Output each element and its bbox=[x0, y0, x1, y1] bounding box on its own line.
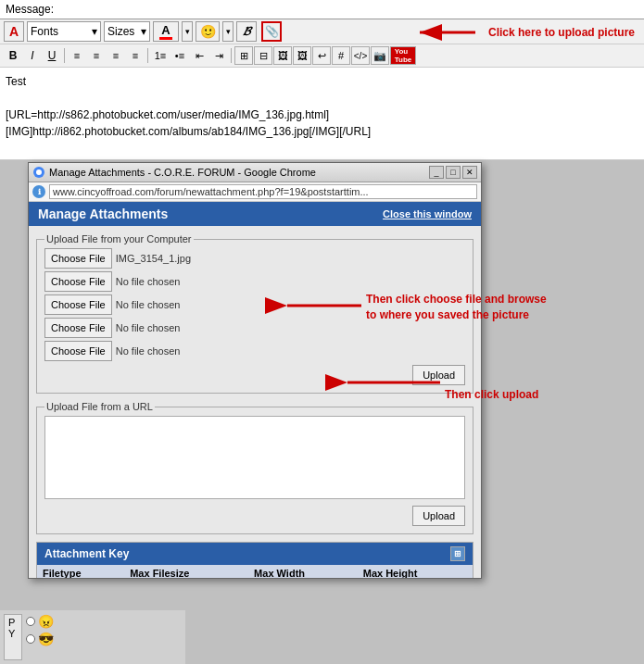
youtube-btn[interactable]: YouTube bbox=[390, 46, 416, 65]
img2-btn[interactable]: 🖼 bbox=[293, 46, 311, 65]
editor-container: Message: A Fonts ▾ Sizes ▾ A ▾ bbox=[0, 0, 644, 160]
align-left-btn[interactable]: ≡ bbox=[68, 46, 86, 65]
file-row-1: Choose File IMG_3154_1.jpg bbox=[44, 248, 465, 269]
choose-file-btn-2[interactable]: Choose File bbox=[44, 271, 112, 292]
file-name-2: No file chosen bbox=[116, 276, 181, 287]
upload-url-section: Upload File from a URL Upload bbox=[36, 401, 474, 534]
address-box[interactable]: www.cincyoffroad.com/forum/newattachment… bbox=[49, 184, 477, 199]
chrome-icon bbox=[32, 166, 45, 179]
upload-btn-row: Upload bbox=[44, 365, 465, 385]
file-row-5: Choose File No file chosen bbox=[44, 341, 465, 361]
hash-btn[interactable]: # bbox=[332, 46, 350, 65]
ol-btn[interactable]: 1≡ bbox=[151, 46, 170, 65]
upload-url-legend: Upload File from a URL bbox=[44, 401, 155, 412]
modal-dialog: Manage Attachments - C.O.R.E. FORUM - Go… bbox=[28, 162, 482, 579]
svg-point-3 bbox=[36, 169, 42, 175]
table-header-row: Filetype Max Filesize Max Width Max Heig… bbox=[37, 565, 473, 578]
secure-icon: ℹ bbox=[32, 185, 45, 198]
modal-header-title: Manage Attachments bbox=[38, 207, 168, 221]
font-special-icon[interactable]: A bbox=[4, 21, 24, 42]
modal-addressbar: ℹ www.cincyoffroad.com/forum/newattachme… bbox=[29, 182, 481, 202]
minimize-btn[interactable]: _ bbox=[429, 166, 444, 179]
message-label: Message: bbox=[0, 0, 644, 19]
upload-annotation-text: Click here to upload picture bbox=[488, 26, 635, 39]
toolbar-row2: B I U ≡ ≡ ≡ ≡ 1≡ •≡ ⇤ ⇥ ⊞ ⊟ 🖼 🖼 ↩ # </> … bbox=[0, 44, 644, 68]
code-btn[interactable]: </> bbox=[351, 46, 370, 65]
smiley-angry: 😠 bbox=[38, 614, 54, 629]
upload-url-btn[interactable]: Upload bbox=[412, 506, 465, 526]
underline-btn[interactable]: U bbox=[43, 46, 61, 65]
text-content-area[interactable]: Test [URL=http://s862.photobucket.com/us… bbox=[0, 68, 644, 160]
attachment-table: Filetype Max Filesize Max Width Max Heig… bbox=[37, 565, 473, 578]
modal-scroll-area[interactable]: Upload File from your Computer Choose Fi… bbox=[29, 226, 481, 578]
modal-header-bar: Manage Attachments Close this window bbox=[29, 202, 481, 226]
upload-computer-section: Upload File from your Computer Choose Fi… bbox=[36, 233, 474, 394]
indent-right-btn[interactable]: ⇥ bbox=[209, 46, 228, 65]
color-button[interactable]: A bbox=[153, 21, 179, 42]
img3-btn[interactable]: ↩ bbox=[312, 46, 331, 65]
smiley-dropdown-btn[interactable]: ▾ bbox=[222, 21, 234, 42]
text-line3: [URL=http://s862.photobucket.com/user/me… bbox=[6, 106, 638, 123]
smiley-btn[interactable]: 🙂 bbox=[196, 21, 220, 42]
text-line2 bbox=[6, 90, 638, 106]
upload-computer-legend: Upload File from your Computer bbox=[44, 233, 194, 244]
bottom-text-area: P Y bbox=[4, 614, 22, 660]
file-name-3: No file chosen bbox=[116, 299, 181, 310]
align-center-btn[interactable]: ≡ bbox=[87, 46, 106, 65]
bottom-panel: P Y 😠 😎 bbox=[0, 610, 185, 664]
color-dropdown-btn[interactable]: ▾ bbox=[182, 21, 193, 42]
choose-file-btn-4[interactable]: Choose File bbox=[44, 318, 112, 338]
align-right-btn[interactable]: ≡ bbox=[107, 46, 125, 65]
modal-titlebar-controls: _ □ ✕ bbox=[429, 166, 477, 179]
modal-titlebar: Manage Attachments - C.O.R.E. FORUM - Go… bbox=[29, 163, 481, 182]
smiley-row-2: 😎 bbox=[26, 632, 54, 646]
ul-btn[interactable]: •≡ bbox=[170, 46, 189, 65]
upload-computer-btn[interactable]: Upload bbox=[412, 365, 465, 385]
restore-btn[interactable]: □ bbox=[446, 166, 461, 179]
upload-arrow-annotation: Click here to upload picture bbox=[410, 19, 635, 45]
upload-url-btn-row: Upload bbox=[44, 506, 465, 526]
text-line1: Test bbox=[6, 73, 638, 90]
col-maxfilesize: Max Filesize bbox=[124, 565, 248, 578]
file-name-4: No file chosen bbox=[116, 322, 181, 333]
upload-picture-btn[interactable]: 📎 bbox=[261, 21, 282, 42]
file-name-1: IMG_3154_1.jpg bbox=[116, 253, 191, 264]
choose-file-btn-1[interactable]: Choose File bbox=[44, 248, 112, 269]
fonts-dropdown[interactable]: Fonts ▾ bbox=[27, 21, 101, 42]
att-key-header: Attachment Key ⊞ bbox=[37, 543, 473, 565]
att-key-collapse-icon[interactable]: ⊞ bbox=[450, 546, 465, 561]
toolbar-row1: A Fonts ▾ Sizes ▾ A ▾ 🙂 ▾ 𝓑 bbox=[0, 19, 644, 44]
sizes-dropdown[interactable]: Sizes ▾ bbox=[104, 21, 150, 42]
file-row-4: Choose File No file chosen bbox=[44, 318, 465, 338]
attachment-key-section: Attachment Key ⊞ Filetype Max Filesize M… bbox=[36, 542, 474, 578]
col-filetype: Filetype bbox=[37, 565, 124, 578]
italic-btn[interactable]: I bbox=[23, 46, 42, 65]
align-justify-btn[interactable]: ≡ bbox=[126, 46, 145, 65]
img1-btn[interactable]: 🖼 bbox=[273, 46, 292, 65]
url-textarea[interactable] bbox=[44, 416, 465, 499]
indent-left-btn[interactable]: ⇤ bbox=[190, 46, 208, 65]
modal-titlebar-left: Manage Attachments - C.O.R.E. FORUM - Go… bbox=[32, 166, 316, 179]
smiley-cool: 😎 bbox=[38, 632, 54, 646]
col-maxheight: Max Height bbox=[358, 565, 473, 578]
file-name-5: No file chosen bbox=[116, 345, 181, 357]
file-row-2: Choose File No file chosen bbox=[44, 271, 465, 292]
choose-file-btn-5[interactable]: Choose File bbox=[44, 341, 112, 361]
close-window-link[interactable]: Close this window bbox=[383, 208, 472, 219]
img4-btn[interactable]: 📷 bbox=[371, 46, 389, 65]
file-row-3: Choose File No file chosen bbox=[44, 294, 465, 315]
smiley-row-1: 😠 bbox=[26, 614, 54, 629]
choose-file-btn-3[interactable]: Choose File bbox=[44, 294, 112, 315]
text-line4: [IMG]http://i862.photobucket.com/albums/… bbox=[6, 123, 638, 140]
smileys-panel: 😠 😎 bbox=[26, 614, 54, 646]
special1-btn[interactable]: ⊞ bbox=[234, 46, 253, 65]
bold-special-btn[interactable]: 𝓑 bbox=[236, 21, 257, 42]
col-maxwidth: Max Width bbox=[248, 565, 358, 578]
modal-title: Manage Attachments - C.O.R.E. FORUM - Go… bbox=[49, 167, 316, 178]
special2-btn[interactable]: ⊟ bbox=[254, 46, 272, 65]
radio-1[interactable] bbox=[26, 617, 35, 626]
bold-btn[interactable]: B bbox=[4, 46, 22, 65]
radio-2[interactable] bbox=[26, 634, 35, 644]
close-btn[interactable]: ✕ bbox=[462, 166, 477, 179]
